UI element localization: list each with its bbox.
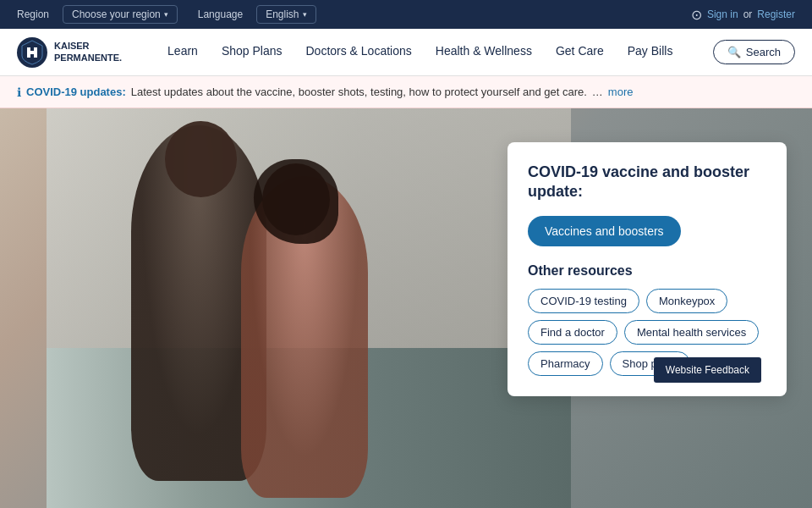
search-label: Search [746,46,781,58]
top-bar: Region Choose your region ▾ Language Eng… [0,0,812,29]
region-label: Region [17,8,49,20]
covid-testing-tag[interactable]: COVID-19 testing [528,289,639,313]
find-doctor-tag[interactable]: Find a doctor [528,320,617,345]
pharmacy-tag[interactable]: Pharmacy [528,351,603,376]
language-selector[interactable]: English ▾ [256,5,315,24]
nav-bar: KAISER PERMANENTE. Learn Shop Plans Doct… [0,29,812,76]
website-feedback-button[interactable]: Website Feedback [654,357,761,383]
alert-bar: ℹ COVID-19 updates: Latest updates about… [0,76,812,108]
nav-pay-bills[interactable]: Pay Bills [616,29,685,76]
or-separator: or [743,8,753,20]
language-btn-label: English [266,8,299,20]
region-btn-label: Choose your region [72,8,161,20]
top-bar-right: ⊙ Sign in or Register [691,7,795,23]
ellipsis: … [592,86,603,98]
monkeypox-tag[interactable]: Monkeypox [646,289,727,313]
card-title: COVID-19 vaccine and booster update: [528,163,766,202]
user-icon: ⊙ [691,7,702,23]
couple-photo [47,108,571,508]
chevron-down-icon: ▾ [164,10,168,19]
vaccines-boosters-button[interactable]: Vaccines and boosters [528,216,681,246]
sign-in-link[interactable]: Sign in [707,8,738,20]
nav-learn[interactable]: Learn [156,29,210,76]
logo-icon [17,37,47,68]
language-label: Language [198,8,243,20]
covid-updates-link[interactable]: COVID-19 updates: [26,86,126,98]
alert-body-text: Latest updates about the vaccine, booste… [131,86,587,98]
logo: KAISER PERMANENTE. [17,37,122,68]
other-resources-heading: Other resources [528,263,766,279]
info-icon: ℹ [17,86,21,99]
logo-text: KAISER PERMANENTE. [54,41,122,63]
logo-line1: KAISER [54,41,122,52]
mental-health-tag[interactable]: Mental health services [624,320,759,345]
nav-health-wellness[interactable]: Health & Wellness [424,29,544,76]
nav-shop-plans[interactable]: Shop Plans [210,29,294,76]
nav-get-care[interactable]: Get Care [544,29,616,76]
alert-more-link[interactable]: more [608,86,634,98]
hero-section: COVID-19 vaccine and booster update: Vac… [0,108,812,508]
search-button[interactable]: 🔍 Search [713,40,795,64]
region-selector[interactable]: Choose your region ▾ [63,5,178,24]
register-link[interactable]: Register [757,8,795,20]
logo-line2: PERMANENTE. [54,52,122,64]
nav-doctors[interactable]: Doctors & Locations [294,29,423,76]
search-icon: 🔍 [727,46,741,58]
covid-card: COVID-19 vaccine and booster update: Vac… [508,142,787,396]
kp-logo-svg [19,39,46,66]
nav-links: Learn Shop Plans Doctors & Locations Hea… [156,29,713,76]
top-bar-left: Region Choose your region ▾ Language Eng… [17,5,316,24]
chevron-down-icon: ▾ [303,10,307,19]
